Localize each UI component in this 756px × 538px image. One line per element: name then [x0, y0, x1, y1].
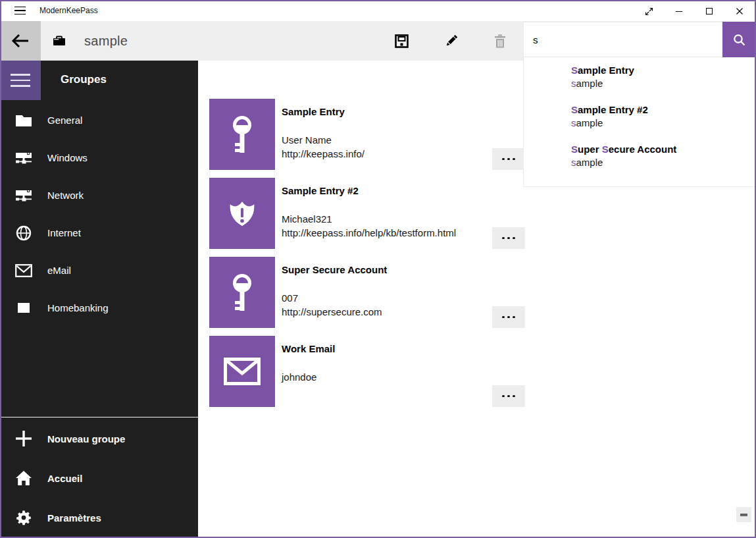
sidebar-item-home[interactable]: Accueil: [0, 458, 198, 498]
entry-more-button[interactable]: [492, 227, 525, 249]
trash-icon: [493, 34, 507, 48]
entry-details: johndoe: [282, 370, 316, 384]
entry-tile: [209, 178, 275, 249]
suggestion-title: Super Secure Account: [571, 143, 755, 156]
sidebar-item-settings[interactable]: Paramètres: [0, 498, 198, 537]
key-icon: [227, 273, 257, 312]
sidebar-divider: [0, 417, 198, 417]
entry-more-button[interactable]: [492, 148, 525, 170]
entry-more-button[interactable]: [492, 385, 525, 407]
folder-icon: [12, 114, 36, 127]
sidebar-item-label: Internet: [47, 227, 81, 238]
sidebar-item-new-group[interactable]: Nouveau groupe: [0, 419, 198, 458]
more-icon: [502, 237, 505, 240]
sidebar-item-network[interactable]: Network: [0, 176, 198, 214]
sidebar-item-email[interactable]: eMail: [0, 252, 198, 289]
plus-icon: [12, 430, 36, 447]
sidebar-item-label: Network: [47, 190, 84, 201]
hamburger-icon: [14, 7, 26, 8]
shield-alert-icon: [223, 196, 261, 231]
entry-url: http://keepass.info/: [282, 147, 365, 161]
sidebar-item-label: eMail: [47, 265, 71, 276]
entry-list: Sample Entry User Name http://keepass.in…: [209, 99, 525, 415]
app-window: ModernKeePass: [0, 0, 756, 538]
minimize-button[interactable]: [664, 1, 694, 21]
entry-username: User Name: [282, 133, 365, 147]
suggestion-item[interactable]: Super Secure Account sample: [571, 143, 755, 169]
entry-username: johndoe: [282, 370, 316, 384]
delete-button[interactable]: [484, 25, 516, 57]
more-icon: [502, 158, 505, 161]
group-list: General Windows: [0, 101, 198, 327]
save-button[interactable]: [386, 25, 417, 57]
sidebar-item-label: Windows: [47, 152, 88, 163]
entry-url: http://supersecure.com: [282, 305, 382, 319]
sidebar-item-windows[interactable]: Windows: [0, 139, 198, 176]
entry-row-sample-entry-2[interactable]: Sample Entry #2 Michael321 http://keepas…: [209, 178, 525, 249]
suggestion-subtitle: sample: [571, 77, 755, 90]
suggestion-item[interactable]: Sample Entry #2 sample: [571, 103, 755, 130]
search-button[interactable]: [722, 22, 755, 57]
entry-title: Work Email: [282, 342, 335, 356]
entry-title: Super Secure Account: [282, 263, 387, 277]
edit-pencil-icon: [444, 34, 459, 48]
search-suggestions: Sample Entry sample Sample Entry #2 samp…: [523, 57, 755, 187]
globe-icon: [12, 225, 36, 241]
entry-row-super-secure-account[interactable]: Super Secure Account 007 http://supersec…: [209, 257, 525, 328]
entry-title: Sample Entry #2: [282, 184, 359, 198]
entry-tile: [209, 99, 275, 170]
sidebar: Groupes General Windows: [0, 61, 198, 538]
entry-tile: [209, 257, 275, 328]
fullscreen-button[interactable]: [634, 1, 664, 21]
sidebar-item-label: Paramètres: [47, 512, 101, 524]
search-input[interactable]: s: [523, 22, 722, 57]
entry-url: http://keepass.info/help/kb/testform.htm…: [282, 226, 456, 240]
entry-more-button[interactable]: [492, 306, 525, 328]
back-arrow-icon: [11, 33, 30, 49]
nav-menu-button[interactable]: [0, 61, 41, 100]
entry-row-sample-entry[interactable]: Sample Entry User Name http://keepass.in…: [209, 99, 525, 170]
home-icon: [12, 470, 36, 486]
minus-icon: [740, 514, 747, 516]
titlebar-menu-button[interactable]: [9, 0, 31, 21]
sidebar-actions: Nouveau groupe Accueil Paramètres: [0, 419, 198, 537]
sidebar-item-internet[interactable]: Internet: [0, 214, 198, 252]
maximize-button[interactable]: [694, 1, 724, 21]
key-icon: [227, 115, 257, 154]
network-icon: [12, 188, 36, 202]
entry-details: User Name http://keepass.info/: [282, 133, 365, 161]
titlebar: ModernKeePass: [0, 0, 756, 21]
entry-tile: [209, 336, 275, 407]
sidebar-item-label: General: [47, 115, 82, 126]
close-icon: [736, 7, 743, 15]
suggestion-title: Sample Entry #2: [571, 103, 755, 117]
square-icon: [12, 302, 36, 313]
back-button[interactable]: [0, 21, 41, 61]
suggestion-subtitle: sample: [571, 117, 755, 130]
mail-icon: [12, 264, 36, 277]
entry-details: Michael321 http://keepass.info/help/kb/t…: [282, 212, 456, 240]
zoom-out-button[interactable]: [736, 507, 751, 522]
suggestion-item[interactable]: Sample Entry sample: [571, 64, 755, 90]
sidebar-item-label: Nouveau groupe: [47, 433, 125, 444]
entry-details: 007 http://supersecure.com: [282, 291, 382, 319]
sidebar-item-general[interactable]: General: [0, 101, 198, 139]
magnifier-icon: [733, 34, 745, 46]
entry-title: Sample Entry: [282, 105, 345, 119]
database-title: sample: [84, 21, 128, 61]
database-badge: [53, 21, 66, 61]
entry-username: Michael321: [282, 212, 456, 226]
entry-row-work-email[interactable]: Work Email johndoe: [209, 336, 525, 407]
window-controls: [634, 1, 755, 21]
sidebar-item-homebanking[interactable]: Homebanking: [0, 289, 198, 327]
network-icon: [12, 151, 36, 165]
close-button[interactable]: [724, 1, 755, 21]
sidebar-item-label: Accueil: [47, 473, 82, 484]
sidebar-item-label: Homebanking: [47, 302, 109, 313]
hamburger-icon: [11, 74, 30, 76]
maximize-icon: [705, 7, 713, 15]
minimize-icon: [675, 7, 683, 15]
edit-button[interactable]: [436, 25, 467, 57]
fullscreen-icon: [645, 7, 653, 16]
mail-icon: [224, 358, 261, 385]
